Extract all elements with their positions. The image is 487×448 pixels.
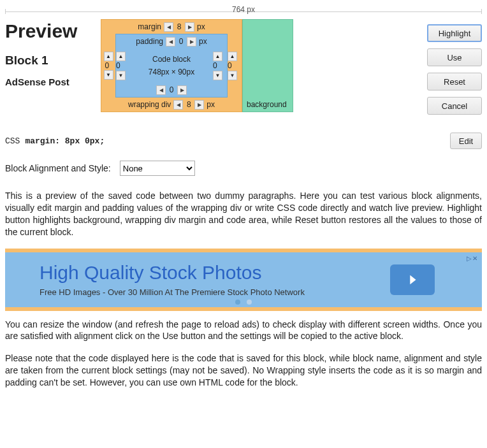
wrapping-label: wrapping div (128, 100, 171, 109)
padding-left-dec[interactable]: ▼ (116, 71, 126, 80)
adchoices-icon[interactable]: ▷✕ (467, 255, 478, 262)
margin-right-value: 0 (228, 61, 232, 70)
ad-dot-2[interactable] (247, 300, 252, 305)
padding-bottom-dec[interactable]: ◀ (156, 85, 166, 95)
css-value: margin: 8px 0px; (25, 136, 105, 146)
padding-label: padding (136, 37, 163, 46)
use-button[interactable]: Use (427, 48, 482, 66)
margin-top-dec[interactable]: ◀ (164, 22, 173, 32)
ad-subtitle: Free HD Images - Over 30 Million At The … (40, 287, 305, 297)
subtitle-heading: AdSense Post (5, 76, 101, 87)
ad-dot-1[interactable] (235, 300, 240, 305)
background-strip: background (242, 19, 293, 112)
preview-heading: Preview (5, 20, 101, 42)
code-block-title: Code block (130, 55, 213, 64)
edit-button[interactable]: Edit (450, 133, 482, 149)
padding-top-value: 0 (175, 37, 187, 46)
box-model-editor: margin ◀ 8 ▶ px ▲ (101, 19, 293, 112)
chevron-right-icon (405, 273, 419, 287)
padding-right-inc[interactable]: ▲ (213, 52, 222, 61)
margin-top-inc[interactable]: ▶ (185, 22, 194, 32)
align-label: Block Alignment and Style: (5, 163, 111, 173)
margin-bottom-inc[interactable]: ▶ (194, 100, 204, 110)
padding-right-dec[interactable]: ▼ (213, 71, 222, 80)
ad-banner[interactable]: High Quality Stock Photos Free HD Images… (5, 252, 482, 307)
margin-left-dec[interactable]: ▼ (104, 70, 113, 80)
reset-button[interactable]: Reset (427, 73, 482, 90)
background-label: background (247, 100, 287, 109)
margin-left-inc[interactable]: ▲ (104, 52, 113, 61)
css-label: CSS (5, 136, 20, 146)
code-block-area: Code block 748px × 90px (130, 48, 213, 83)
cancel-button[interactable]: Cancel (427, 97, 482, 115)
highlight-button[interactable]: Highlight (427, 24, 482, 42)
ad-wrapping: High Quality Stock Photos Free HD Images… (5, 249, 482, 311)
paragraph-3: Please note that the code displayed here… (5, 352, 482, 389)
align-select[interactable]: None (120, 161, 195, 176)
unit-px: px (197, 22, 205, 31)
block-heading: Block 1 (5, 54, 101, 68)
padding-top-dec[interactable]: ◀ (166, 37, 175, 47)
width-ruler: 764 px (5, 5, 482, 17)
padding-left-inc[interactable]: ▲ (116, 52, 126, 61)
padding-bottom-value: 0 (166, 85, 177, 94)
margin-top-value: 8 (173, 22, 185, 31)
margin-bottom-dec[interactable]: ◀ (173, 100, 183, 110)
ad-cta-button[interactable] (390, 264, 435, 295)
margin-left-value: 0 (104, 61, 113, 70)
paragraph-2: You can resize the window (and refresh t… (5, 319, 482, 343)
code-block-dim: 748px × 90px (130, 68, 213, 76)
paragraph-1: This is a preview of the saved code betw… (5, 190, 482, 238)
margin-right-dec[interactable]: ▼ (228, 71, 237, 80)
ad-title: High Quality Stock Photos (40, 262, 305, 284)
margin-label: margin (138, 22, 161, 31)
margin-bottom-value: 8 (183, 100, 194, 109)
margin-right-inc[interactable]: ▲ (228, 52, 237, 61)
padding-bottom-inc[interactable]: ▶ (177, 85, 187, 95)
padding-right-value: 0 (213, 61, 217, 70)
padding-left-value: 0 (116, 61, 120, 70)
ad-pagination (235, 300, 252, 305)
padding-top-inc[interactable]: ▶ (187, 37, 196, 47)
ruler-label: 764 px (232, 5, 255, 14)
